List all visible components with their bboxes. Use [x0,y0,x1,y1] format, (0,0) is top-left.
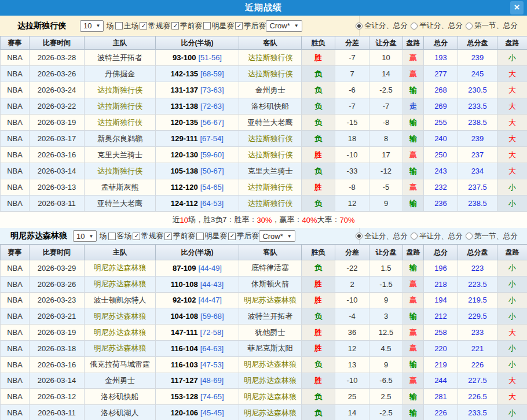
cell-total-line: 233.5 [458,405,497,420]
cell-league: NBA [1,308,30,325]
mode-radio[interactable]: 第一节、总分 [466,21,518,31]
cell-score: 147-111[72-58] [156,325,239,341]
cell-diff: 25 [335,389,369,405]
cell-league: NBA [1,82,30,98]
filter-checkbox[interactable]: ✓季后赛 [234,21,266,31]
half-score: [72-58] [200,328,223,337]
chevron-down-icon: ▼ [287,234,292,239]
cell-score: 153-128[74-65] [156,389,239,405]
cell-diff: -8 [335,179,369,196]
column-header: 让分盘 [369,245,403,260]
cell-league: NBA [1,115,30,131]
mode-radio[interactable]: 全让分、总分 [356,21,408,31]
cell-handicap: -6.5 [369,373,403,389]
mode-radio[interactable]: 第一节、总分 [466,231,518,241]
cell-handicap-result: 输 [403,131,424,147]
cell-total-line: 239 [458,131,497,147]
cell-total-line: 233.5 [458,98,497,115]
cell-result: 负 [302,66,335,82]
cell-ou-result: 大 [497,163,527,179]
bookmaker-select[interactable]: Crow*▼ [266,20,302,32]
cell-home-team: 明尼苏达森林狼 [85,340,156,356]
cell-result: 胜 [302,147,335,163]
cell-home-team: 达拉斯独行侠 [85,163,156,179]
cell-handicap-result: 走 [403,98,424,115]
cell-home-team: 俄克拉荷马城雷霆 [85,356,156,373]
checkbox-icon: ✓ [164,233,172,240]
cell-handicap-result: 赢 [403,325,424,341]
cell-total: 194 [424,292,458,308]
table-row: NBA2026-03-12洛杉矶快船153-128[74-65]明尼苏达森林狼负… [1,389,527,405]
cell-result: 负 [302,405,335,420]
chevron-down-icon: ▼ [96,23,100,28]
cell-total-line: 233 [458,325,497,341]
cell-date: 2026-03-11 [30,405,85,420]
cell-handicap-result: 输 [403,163,424,179]
cell-home-team: 洛杉矶快船 [85,389,156,405]
filter-label: 明星赛 [211,21,234,31]
table-row: NBA2026-03-26丹佛掘金142-135[68-59]达拉斯独行侠负71… [1,66,527,82]
column-header: 比分(半场) [156,245,239,260]
half-score: [44-49] [199,264,222,272]
cell-diff: 14 [335,405,369,420]
filter-checkbox[interactable]: ✓季后赛 [227,231,259,241]
close-icon[interactable]: × [510,1,524,14]
cell-home-team: 明尼苏达森林狼 [85,308,156,325]
checkbox-icon [196,233,204,240]
games-count-select[interactable]: 10▼ [73,230,97,242]
cell-date: 2026-03-19 [30,115,85,131]
filter-checkbox[interactable]: ✓常规赛 [138,21,170,31]
column-header: 主队 [85,245,156,260]
column-header: 总分 [424,36,458,50]
cell-home-team: 达拉斯独行侠 [85,82,156,98]
bookmaker-select[interactable]: Crow*▼ [259,230,295,242]
team-name-label: 达拉斯独行侠 [17,21,80,31]
cell-total: 240 [424,131,458,147]
filter-checkbox[interactable]: ✓季前赛 [170,21,202,31]
filter-checkbox[interactable]: ✓常规赛 [131,231,163,241]
cell-ou-result: 小 [497,292,527,308]
games-count-select[interactable]: 10▼ [80,20,104,32]
filter-checkbox[interactable]: 客场 [107,231,131,241]
cell-away-team: 明尼苏达森林狼 [239,356,302,373]
cell-handicap: -5 [369,179,403,196]
cell-handicap-result: 输 [403,115,424,131]
mode-radio[interactable]: 全让分、总分 [356,231,408,241]
cell-date: 2026-03-22 [30,98,85,115]
full-score: 105-138 [170,167,198,175]
filter-checkbox[interactable]: 主场 [114,21,138,31]
cell-score: 92-102[44-47] [156,292,239,308]
cell-result: 负 [302,98,335,115]
filter-checkbox-group: 客场✓常规赛✓季前赛明星赛✓季后赛 [107,231,259,241]
filter-label: 主场 [123,21,138,31]
mode-radio[interactable]: 半让分、总分 [411,231,463,241]
column-header: 总分盘 [458,245,497,260]
filter-label: 明星赛 [204,231,227,241]
full-score: 104-108 [170,312,198,320]
cell-home-team: 明尼苏达森林狼 [85,260,156,277]
filter-checkbox[interactable]: 明星赛 [195,231,227,241]
cell-league: NBA [1,50,30,66]
cell-total: 196 [424,260,458,277]
radio-icon [466,233,473,240]
cell-diff: -7 [335,98,369,115]
results-table: 赛事比赛时间主队比分(半场)客队胜负分差让分盘盘路总分总分盘盘路 NBA2026… [0,244,527,420]
radio-icon [356,233,363,240]
filter-checkbox[interactable]: 明星赛 [202,21,234,31]
cell-date: 2026-03-19 [30,325,85,341]
dialog-title: 近期战绩 [245,2,282,13]
summary-text: 场，胜3负7：胜率： [188,215,257,225]
cell-score: 104-108[59-68] [156,308,239,325]
cell-date: 2026-03-11 [30,196,85,212]
cell-handicap: 1.5 [369,260,403,277]
cell-home-team: 明尼苏达森林狼 [85,325,156,341]
filter-checkbox[interactable]: ✓季前赛 [163,231,195,241]
cell-handicap: 2.5 [369,389,403,405]
table-row: NBA2026-03-13孟菲斯灰熊112-120[54-65]达拉斯独行侠胜-… [1,179,527,196]
filter-label: 常规赛 [141,231,163,241]
mode-radio[interactable]: 半让分、总分 [411,21,463,31]
chevron-down-icon: ▼ [294,23,299,28]
cell-score: 116-103[47-53] [156,356,239,373]
cell-total: 212 [424,308,458,325]
cell-date: 2026-03-29 [30,260,85,277]
